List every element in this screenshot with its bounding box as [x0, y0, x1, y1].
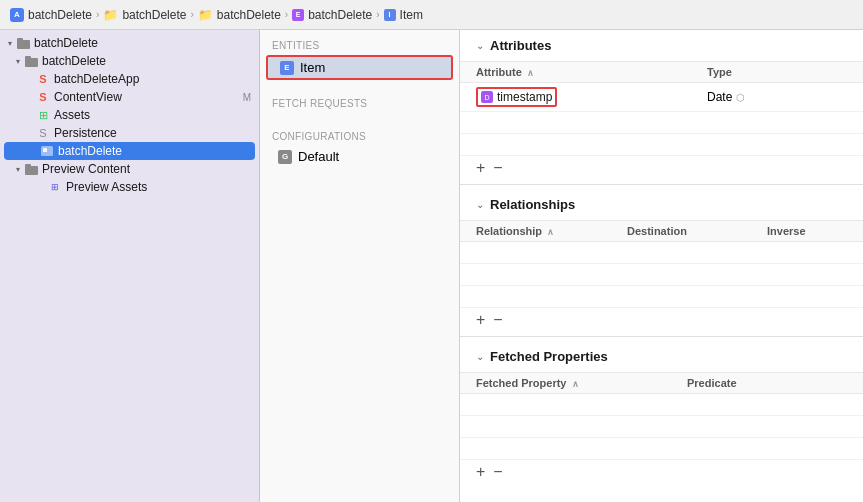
fetched-empty-row-2 [460, 416, 863, 438]
relationships-title: Relationships [490, 197, 575, 212]
attr-icon-timestamp: D [481, 91, 493, 103]
col-fetched-sort: ∧ [572, 379, 579, 389]
breadcrumb-label-1[interactable]: batchDelete [28, 8, 92, 22]
sidebar-item-preview-content[interactable]: ▾ Preview Content [0, 160, 259, 178]
main-layout: ▾ batchDelete ▾ batchDelete S [0, 30, 863, 502]
svg-rect-2 [25, 58, 38, 67]
col-type-header: Type [707, 66, 847, 78]
svg-rect-7 [25, 164, 31, 167]
sidebar-item-batchdelete-selected[interactable]: batchDelete [4, 142, 255, 160]
breadcrumb-label-2: batchDelete [122, 8, 186, 22]
breadcrumb-folder-2[interactable]: 📁 batchDelete [198, 8, 281, 22]
svg-rect-3 [25, 56, 31, 59]
col-fetched-property-header: Fetched Property ∧ [476, 377, 687, 389]
sidebar-item-assets[interactable]: ⊞ Assets [0, 106, 259, 124]
sidebar-label-batchdelete-folder: batchDelete [42, 54, 106, 68]
relationships-controls: + − [460, 308, 863, 332]
triangle-icon: ▾ [8, 39, 12, 48]
divider-2 [460, 336, 863, 337]
sidebar-item-persistence[interactable]: S Persistence [0, 124, 259, 142]
entity-icon-item: E [280, 61, 294, 75]
batch-icon [40, 144, 54, 158]
sidebar-item-batchdeleteapp[interactable]: S batchDeleteApp [0, 70, 259, 88]
remove-relationship-button[interactable]: − [493, 312, 502, 328]
svg-rect-6 [25, 166, 38, 175]
breadcrumb-chevron-1: › [96, 9, 99, 20]
sidebar-label-batchdelete-root: batchDelete [34, 36, 98, 50]
attribute-row-timestamp[interactable]: D timestamp Date ⬡ [460, 83, 863, 112]
attr-name-text: timestamp [497, 90, 552, 104]
sidebar-label-preview-assets: Preview Assets [66, 180, 147, 194]
folder-icon-sub [24, 54, 38, 68]
relationships-chevron: ⌄ [476, 199, 484, 210]
add-fetched-button[interactable]: + [476, 464, 485, 480]
remove-fetched-button[interactable]: − [493, 464, 502, 480]
relationships-header[interactable]: ⌄ Relationships [460, 189, 863, 221]
attributes-title: Attributes [490, 38, 551, 53]
sidebar-item-batchdelete-root[interactable]: ▾ batchDelete [0, 30, 259, 52]
col-relationship-sort: ∧ [547, 227, 554, 237]
col-relationship-header: Relationship ∧ [476, 225, 627, 237]
breadcrumb-item[interactable]: I Item [384, 8, 423, 22]
stepper-icon[interactable]: ⬡ [736, 92, 745, 103]
col-attribute-label: Attribute [476, 66, 522, 78]
sidebar-item-contentview[interactable]: S ContentView M [0, 88, 259, 106]
config-icon: G [278, 150, 292, 164]
folder-icon-1: 📁 [103, 8, 118, 22]
fetched-properties-header[interactable]: ⌄ Fetched Properties [460, 341, 863, 373]
fetched-header-row: Fetched Property ∧ Predicate [460, 373, 863, 394]
config-default-label: Default [298, 149, 339, 164]
entities-section-label: ENTITIES [260, 30, 459, 55]
add-attribute-button[interactable]: + [476, 160, 485, 176]
remove-attribute-button[interactable]: − [493, 160, 502, 176]
persistence-icon: S [36, 126, 50, 140]
breadcrumb-label-4: batchDelete [308, 8, 372, 22]
config-default[interactable]: G Default [266, 146, 453, 167]
folder-icon [16, 36, 30, 50]
svg-rect-1 [17, 38, 23, 41]
sidebar-item-preview-assets[interactable]: ⊞ Preview Assets [0, 178, 259, 196]
assets-icon: ⊞ [36, 108, 50, 122]
triangle-icon-2: ▾ [16, 57, 20, 66]
col-fetched-property-label: Fetched Property [476, 377, 566, 389]
swift-icon-2: S [36, 90, 50, 104]
col-predicate-header: Predicate [687, 377, 847, 389]
sidebar-item-batchdelete-folder[interactable]: ▾ batchDelete [0, 52, 259, 70]
xcode-icon: A [10, 8, 24, 22]
attr-type-cell[interactable]: Date ⬡ [707, 90, 847, 104]
triangle-icon-3: ▾ [16, 165, 20, 174]
middle-panel: ENTITIES E Item FETCH REQUESTS CONFIGURA… [260, 30, 460, 502]
col-inverse-header: Inverse [767, 225, 847, 237]
right-panel: ⌄ Attributes Attribute ∧ Type D timestam… [460, 30, 863, 502]
breadcrumb-entity[interactable]: E batchDelete [292, 8, 372, 22]
empty-row-2 [460, 134, 863, 156]
breadcrumb-chevron-2: › [190, 9, 193, 20]
breadcrumb-folder-1[interactable]: 📁 batchDelete [103, 8, 186, 22]
sidebar-label-preview-content: Preview Content [42, 162, 130, 176]
breadcrumb-xcode: A batchDelete [10, 8, 92, 22]
attr-name-wrapper: D timestamp [476, 87, 557, 107]
col-attribute-header: Attribute ∧ [476, 66, 707, 78]
preview-assets-icon: ⊞ [48, 180, 62, 194]
empty-row-1 [460, 112, 863, 134]
relationships-header-row: Relationship ∧ Destination Inverse [460, 221, 863, 242]
svg-rect-5 [43, 148, 47, 152]
fetched-controls: + − [460, 460, 863, 484]
attr-type-value: Date [707, 90, 732, 104]
sidebar-label-batchdeleteapp: batchDeleteApp [54, 72, 139, 86]
folder-icon-preview [24, 162, 38, 176]
svg-rect-0 [17, 40, 30, 49]
add-relationship-button[interactable]: + [476, 312, 485, 328]
divider-1 [460, 184, 863, 185]
breadcrumb-label-5: Item [400, 8, 423, 22]
fetched-chevron: ⌄ [476, 351, 484, 362]
fetched-empty-row-1 [460, 394, 863, 416]
attributes-header[interactable]: ⌄ Attributes [460, 30, 863, 62]
breadcrumb-chevron-4: › [376, 9, 379, 20]
fetch-requests-label: FETCH REQUESTS [260, 88, 459, 113]
sidebar-label-batchdelete: batchDelete [58, 144, 122, 158]
breadcrumb-chevron-3: › [285, 9, 288, 20]
fetched-empty-row-3 [460, 438, 863, 460]
breadcrumb-label-3: batchDelete [217, 8, 281, 22]
entity-item-item[interactable]: E Item [266, 55, 453, 80]
